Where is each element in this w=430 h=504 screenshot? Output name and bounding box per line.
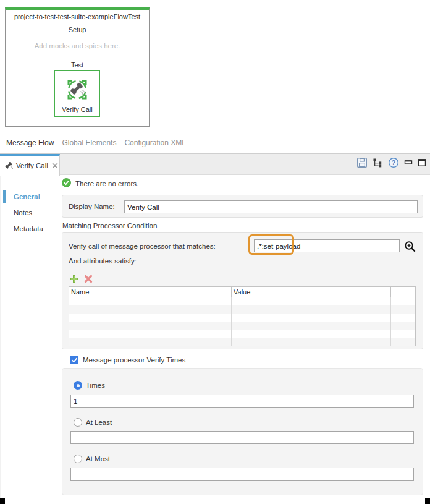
verify-call-icon bbox=[62, 75, 92, 106]
status-message: There are no errors. bbox=[75, 180, 138, 187]
verify-call-component[interactable]: Verify Call bbox=[54, 70, 100, 117]
at-least-radio-label: At Least bbox=[86, 419, 112, 426]
editor-header: Verify Call bbox=[0, 153, 430, 175]
search-magnifier-icon[interactable] bbox=[404, 241, 416, 253]
at-most-input[interactable] bbox=[70, 468, 414, 481]
window-edge-mark-right bbox=[425, 498, 430, 504]
tab-message-flow[interactable]: Message Flow bbox=[6, 139, 54, 147]
at-least-radio-row: At Least bbox=[74, 418, 112, 427]
at-most-radio-label: At Most bbox=[86, 455, 110, 463]
verify-times-checkbox[interactable] bbox=[70, 356, 78, 364]
verify-times-group: Times At Least At Most bbox=[62, 368, 423, 495]
validation-status: There are no errors. bbox=[62, 178, 138, 189]
at-most-radio-row: At Most bbox=[74, 455, 110, 463]
attributes-satisfy-label: And attributes satisfy: bbox=[69, 257, 137, 265]
editor-tab-verify-call[interactable]: Verify Call bbox=[0, 154, 60, 176]
check-circle-icon bbox=[62, 178, 71, 189]
table-row bbox=[69, 305, 415, 314]
at-most-radio[interactable] bbox=[74, 455, 82, 463]
component-label: Verify Call bbox=[62, 106, 93, 113]
editor-toolbar: ? bbox=[356, 157, 426, 168]
display-name-group: Display Name: bbox=[62, 195, 423, 218]
flow-title: project-to-test-test-suite-exampleFlowTe… bbox=[6, 13, 149, 20]
view-tabbar: Message Flow Global Elements Configurati… bbox=[6, 139, 186, 147]
table-row bbox=[69, 314, 415, 322]
window-edge-mark-left bbox=[0, 498, 5, 504]
table-row bbox=[69, 322, 415, 330]
svg-text:?: ? bbox=[392, 159, 395, 166]
attributes-table-header: Name Value bbox=[69, 287, 415, 297]
table-row bbox=[69, 330, 415, 338]
verify-call-matches-label: Verify call of message processor that ma… bbox=[69, 242, 216, 250]
times-radio-label: Times bbox=[86, 382, 105, 389]
flow-tree-icon[interactable] bbox=[373, 158, 383, 168]
sidebar-item-notes[interactable]: Notes bbox=[1, 205, 56, 221]
display-name-input[interactable] bbox=[124, 200, 418, 213]
test-section-label: Test bbox=[6, 61, 149, 69]
editor-tab-title: Verify Call bbox=[16, 162, 48, 169]
verify-times-checkbox-row: Message processor Verify Times bbox=[70, 356, 185, 364]
tab-configuration-xml[interactable]: Configuration XML bbox=[124, 139, 185, 147]
times-radio[interactable] bbox=[74, 381, 82, 390]
times-radio-row: Times bbox=[74, 381, 105, 390]
add-attribute-icon[interactable] bbox=[70, 275, 78, 283]
delete-attribute-icon[interactable] bbox=[84, 275, 93, 283]
column-header-name[interactable]: Name bbox=[69, 287, 232, 297]
properties-sidebar: General Notes Metadata bbox=[1, 176, 56, 504]
munit-test-flow-canvas[interactable]: project-to-test-test-suite-exampleFlowTe… bbox=[5, 7, 150, 127]
verify-times-checkbox-label: Message processor Verify Times bbox=[83, 356, 185, 364]
attributes-table[interactable]: Name Value bbox=[69, 286, 416, 346]
save-icon[interactable] bbox=[356, 157, 368, 168]
setup-placeholder-text: Add mocks and spies here. bbox=[6, 42, 149, 49]
at-least-input[interactable] bbox=[70, 431, 414, 444]
sidebar-item-metadata[interactable]: Metadata bbox=[1, 221, 56, 237]
table-row bbox=[69, 338, 415, 346]
table-row bbox=[69, 297, 415, 305]
times-input[interactable] bbox=[70, 395, 414, 408]
sidebar-item-general[interactable]: General bbox=[1, 189, 56, 205]
column-header-value[interactable]: Value bbox=[232, 287, 391, 297]
setup-section-label: Setup bbox=[6, 26, 149, 33]
matching-condition-title: Matching Processor Condition bbox=[62, 222, 157, 229]
maximize-icon[interactable] bbox=[418, 158, 426, 167]
at-least-radio[interactable] bbox=[74, 418, 82, 427]
help-icon[interactable]: ? bbox=[388, 157, 399, 168]
verify-matches-input[interactable] bbox=[254, 239, 400, 252]
column-header-extra bbox=[391, 287, 415, 297]
display-name-label: Display Name: bbox=[69, 195, 115, 218]
minimize-icon[interactable] bbox=[404, 158, 413, 167]
close-icon[interactable] bbox=[52, 163, 58, 169]
properties-content: There are no errors. Display Name: Match… bbox=[56, 176, 430, 504]
phone-icon bbox=[4, 161, 14, 171]
tab-global-elements[interactable]: Global Elements bbox=[62, 139, 116, 147]
matching-condition-group: Verify call of message processor that ma… bbox=[62, 232, 423, 349]
properties-editor: Verify Call bbox=[0, 153, 430, 504]
editor-body: General Notes Metadata There are no erro… bbox=[0, 176, 430, 504]
attribute-actions bbox=[70, 275, 93, 283]
